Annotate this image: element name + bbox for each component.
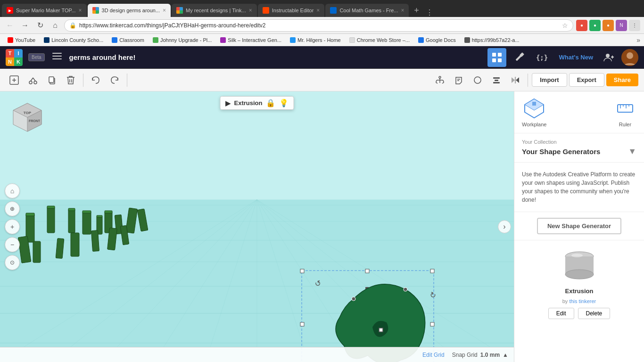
svg-rect-60 — [47, 207, 55, 233]
workplane-icon — [523, 97, 545, 120]
carousel-arrow-button[interactable]: › — [498, 220, 511, 233]
svg-rect-93 — [379, 328, 383, 332]
bookmark-hilgers[interactable]: Mr. Hilgers - Home — [286, 36, 345, 44]
snap-dropdown-arrow[interactable]: ▲ — [503, 352, 508, 358]
tab-title-3d: 3D design germs aroun... — [102, 8, 160, 13]
new-shape-generator-button[interactable]: New Shape Generator — [537, 218, 621, 234]
hamburger-menu-button[interactable] — [50, 49, 64, 65]
add-user-button[interactable] — [601, 49, 618, 66]
ext-btn-4[interactable]: N — [616, 20, 627, 31]
undo-button[interactable] — [87, 72, 104, 89]
nav-cube[interactable]: TOP FRONT — [8, 101, 46, 139]
zoom-out-button[interactable]: − — [5, 237, 20, 252]
svg-point-9 — [606, 54, 610, 58]
bookmark-gdocs[interactable]: Google Docs — [414, 36, 460, 44]
viewport[interactable]: ↺ ↻ ↺ — [0, 91, 514, 362]
whats-new-button[interactable]: What's New — [555, 52, 597, 63]
tab-3d[interactable]: 3D design germs aroun... × — [88, 4, 171, 17]
shape-delete-button[interactable]: Delete — [578, 308, 611, 319]
tab-title-inst: Instructable Editor — [272, 8, 314, 13]
avatar[interactable] — [621, 49, 638, 66]
copy-button[interactable] — [43, 72, 60, 89]
note-button[interactable] — [450, 72, 467, 89]
edit-grid-label[interactable]: Edit Grid — [422, 352, 445, 358]
fit-view-button[interactable]: ⊙ — [5, 255, 20, 270]
bookmark-youtube[interactable]: YouTube — [4, 36, 39, 44]
collection-dropdown-arrow[interactable]: ▼ — [628, 147, 636, 156]
code-button[interactable]: {;} — [533, 48, 552, 67]
bookmark-label-lcs: Lincoln County Scho... — [51, 37, 103, 43]
panel-collapse-button[interactable]: ▶ — [225, 99, 231, 107]
tab-close-cool[interactable]: × — [401, 7, 404, 14]
panel-light-icon[interactable]: 💡 — [279, 99, 289, 107]
export-button[interactable]: Export — [569, 73, 604, 87]
home-button[interactable]: ⌂ — [49, 19, 61, 32]
circle-button[interactable] — [469, 72, 486, 89]
svg-point-95 — [404, 288, 407, 291]
svg-rect-61 — [47, 206, 55, 208]
bookmark-star-icon[interactable]: ☆ — [562, 22, 568, 29]
bookmark-johnny[interactable]: Johnny Upgrade - Pl... — [149, 36, 215, 44]
home-view-button[interactable]: ⌂ — [5, 183, 20, 198]
ext-more[interactable]: ⋮ — [629, 20, 640, 31]
collection-section: Your Collection Your Shape Generators ▼ — [514, 133, 644, 163]
bookmark-lcs[interactable]: Lincoln County Scho... — [40, 36, 107, 44]
cut-button[interactable] — [25, 72, 41, 89]
nav-bar: ← → ↻ ⌂ 🔒 https://www.tinkercad.com/thin… — [0, 17, 644, 34]
panel-lock-icon[interactable]: 🔒 — [266, 99, 275, 107]
hammer-button[interactable] — [510, 48, 529, 67]
bookmark-chrome-store[interactable]: Chrome Web Store –... — [346, 36, 413, 44]
delete-button[interactable] — [62, 72, 79, 89]
tab-close-inst[interactable]: × — [316, 7, 320, 14]
ext-btn-2[interactable]: ● — [589, 20, 601, 31]
toolbar: Import Export Share — [0, 69, 644, 91]
tab-close-3d[interactable]: × — [163, 7, 166, 14]
new-design-button[interactable] — [6, 72, 23, 89]
mirror-button[interactable] — [507, 72, 524, 89]
svg-point-13 — [627, 52, 633, 59]
ruler-tool[interactable]: Ruler — [614, 97, 636, 127]
bookmark-silk[interactable]: Silk – Interactive Gen... — [216, 36, 285, 44]
shape-author-link[interactable]: this tinkerer — [569, 298, 596, 304]
tab-close-mario[interactable]: × — [79, 7, 82, 14]
align-button[interactable] — [488, 72, 505, 89]
redo-button[interactable] — [106, 72, 123, 89]
share-button[interactable]: Share — [606, 74, 638, 86]
bookmark-classroom[interactable]: Classroom — [108, 36, 148, 44]
description-text: Use the Autodesk Creative Platform to cr… — [522, 171, 635, 203]
svg-rect-59 — [26, 213, 34, 216]
svg-rect-75 — [56, 238, 64, 258]
address-bar[interactable]: 🔒 https://www.tinkercad.com/things/jPaCJ… — [64, 19, 573, 32]
workplane-tool[interactable]: Workplane — [522, 97, 546, 127]
beta-badge: Beta — [28, 53, 45, 61]
bookmark-link[interactable]: https://99b57a22-a... — [461, 36, 523, 44]
tab-inst[interactable]: Instructable Editor × — [258, 4, 325, 17]
import-button[interactable]: Import — [532, 73, 567, 87]
tab-mario[interactable]: ▶ Super Mario Maker TOP... × — [2, 4, 87, 17]
svg-rect-4 — [498, 53, 502, 57]
new-shape-section: New Shape Generator — [514, 212, 644, 240]
tab-title-mario: Super Mario Maker TOP... — [16, 8, 76, 13]
tab-more[interactable]: ⋮ — [426, 8, 433, 17]
svg-point-112 — [571, 254, 583, 257]
svg-point-25 — [439, 76, 441, 78]
ext-btn-1[interactable]: ● — [576, 20, 587, 31]
bookmark-label-classroom: Classroom — [119, 37, 144, 43]
zoom-in-button[interactable]: + — [5, 219, 20, 234]
forward-button[interactable]: → — [19, 19, 31, 32]
new-tab-button[interactable]: + — [410, 4, 423, 17]
back-button[interactable]: ← — [4, 19, 16, 32]
bookmark-label-johnny: Johnny Upgrade - Pl... — [160, 37, 212, 43]
tab-cool[interactable]: Cool Math Games - Fre... × — [325, 4, 409, 17]
ext-btn-3[interactable]: ● — [603, 20, 614, 31]
orbit-button[interactable]: ⊕ — [5, 201, 20, 216]
shape-edit-button[interactable]: Edit — [548, 308, 574, 319]
tab-favicon-inst — [263, 7, 269, 14]
bookmarks-more-button[interactable]: » — [636, 36, 640, 44]
tab-recent[interactable]: My recent designs | Tink... × — [172, 4, 257, 17]
collection-select[interactable]: Your Shape Generators ▼ — [522, 147, 636, 156]
reload-button[interactable]: ↻ — [34, 19, 46, 32]
grid-view-button[interactable] — [487, 48, 506, 67]
anchor-button[interactable] — [431, 72, 448, 89]
tab-close-recent[interactable]: × — [249, 7, 252, 14]
